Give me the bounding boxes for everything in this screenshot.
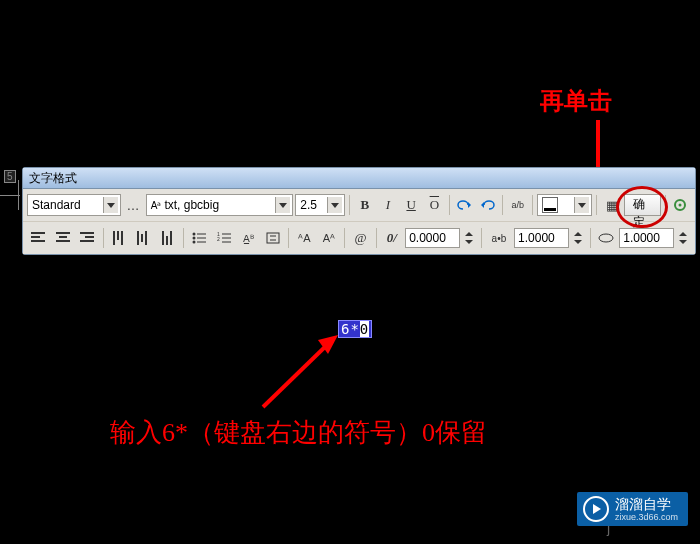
align-top-button[interactable] (108, 226, 131, 250)
ruler-tick-v (18, 180, 19, 210)
svg-point-8 (193, 241, 196, 244)
separator (481, 228, 482, 248)
svg-marker-3 (481, 202, 484, 208)
chevron-down-icon (275, 197, 290, 213)
uppercase-button[interactable]: A̲ᴮ (237, 226, 260, 250)
undo-button[interactable] (454, 193, 475, 217)
size-combo[interactable]: 2.5 (295, 194, 345, 216)
watermark-brand: 溜溜自学 (615, 496, 671, 512)
tracking-stepper[interactable] (571, 226, 586, 250)
panel-title: 文字格式 (23, 168, 695, 189)
svg-marker-13 (465, 240, 473, 244)
color-swatch-icon (542, 197, 558, 213)
bold-button[interactable]: B (354, 193, 375, 217)
width-icon (595, 226, 618, 250)
font-combo[interactable]: Aᵃ txt, gbcbig (146, 194, 294, 216)
align-middle-button[interactable] (132, 226, 155, 250)
style-more-button[interactable]: … (123, 193, 144, 217)
italic-button[interactable]: I (377, 193, 398, 217)
underline-button[interactable]: U (401, 193, 422, 217)
separator (344, 228, 345, 248)
ok-button[interactable]: 确定 (624, 194, 661, 216)
number-list-button[interactable]: 12 (213, 226, 236, 250)
subscript-button[interactable]: Aᴬ (318, 226, 341, 250)
annotation-input-hint: 输入6*（键盘右边的符号）0保留 (110, 415, 487, 450)
redo-button[interactable] (477, 193, 498, 217)
chevron-down-icon (574, 197, 589, 213)
ok-wrap: 确定 (624, 194, 661, 216)
align-center-button[interactable] (52, 226, 75, 250)
separator (590, 228, 591, 248)
separator (183, 228, 184, 248)
stack-button[interactable]: a/b (507, 193, 528, 217)
svg-marker-17 (679, 232, 687, 236)
separator (532, 195, 533, 215)
svg-line-19 (263, 344, 328, 407)
svg-point-5 (679, 204, 682, 207)
svg-marker-2 (468, 202, 471, 208)
svg-marker-12 (465, 232, 473, 236)
ruler-button[interactable]: ▦ (601, 193, 622, 217)
mtext-value: 6* (341, 321, 360, 337)
font-combo-value: txt, gbcbig (164, 198, 219, 212)
separator (449, 195, 450, 215)
tracking-field[interactable]: 1.0000 (514, 228, 569, 248)
color-combo[interactable] (537, 194, 592, 216)
chevron-down-icon (103, 197, 118, 213)
tracking-icon: a•b (486, 226, 512, 250)
svg-marker-18 (679, 240, 687, 244)
mtext-selection: 0 (360, 321, 369, 337)
separator (502, 195, 503, 215)
oblique-button[interactable]: 0/ (381, 226, 404, 250)
svg-marker-14 (574, 232, 582, 236)
play-icon (583, 496, 609, 522)
bullet-list-button[interactable] (188, 226, 211, 250)
align-bottom-button[interactable] (157, 226, 180, 250)
svg-text:2: 2 (217, 236, 220, 242)
ruler-tick-h (0, 195, 20, 196)
ruler-mark: 5 (4, 170, 16, 183)
toolbar-row-2: 12 A̲ᴮ ᴬA Aᴬ @ 0/ 0.0000 a•b 1.0000 1.00… (23, 221, 695, 254)
arrow-input (258, 332, 343, 412)
separator (288, 228, 289, 248)
svg-point-16 (599, 234, 613, 242)
separator (103, 228, 104, 248)
width-stepper[interactable] (676, 226, 691, 250)
oblique-field[interactable]: 0.0000 (405, 228, 460, 248)
separator (376, 228, 377, 248)
size-combo-value: 2.5 (300, 198, 317, 212)
symbol-button[interactable]: @ (349, 226, 372, 250)
chevron-down-icon (327, 197, 342, 213)
style-combo[interactable]: Standard (27, 194, 121, 216)
watermark-url: zixue.3d66.com (615, 512, 678, 522)
separator (665, 195, 666, 215)
superscript-button[interactable]: ᴬA (293, 226, 316, 250)
font-icon: Aᵃ (151, 200, 162, 211)
svg-marker-15 (574, 240, 582, 244)
style-combo-value: Standard (32, 198, 81, 212)
svg-marker-20 (318, 335, 338, 354)
watermark: 溜溜自学 zixue.3d66.com (577, 492, 688, 526)
separator (349, 195, 350, 215)
mtext-editor[interactable]: 6*0 (338, 320, 372, 338)
oblique-stepper[interactable] (462, 226, 477, 250)
options-button[interactable] (670, 193, 691, 217)
overline-button[interactable]: O (424, 193, 445, 217)
svg-point-6 (193, 233, 196, 236)
toolbar-row-1: Standard … Aᵃ txt, gbcbig 2.5 B I U O a/… (23, 189, 695, 221)
svg-point-7 (193, 237, 196, 240)
annotation-click-again: 再单击 (540, 85, 612, 117)
separator (596, 195, 597, 215)
align-left-button[interactable] (27, 226, 50, 250)
width-field[interactable]: 1.0000 (619, 228, 674, 248)
text-format-panel: 文字格式 Standard … Aᵃ txt, gbcbig 2.5 B I U… (22, 167, 696, 255)
svg-rect-11 (267, 233, 279, 243)
insert-field-button[interactable] (262, 226, 285, 250)
align-right-button[interactable] (76, 226, 99, 250)
